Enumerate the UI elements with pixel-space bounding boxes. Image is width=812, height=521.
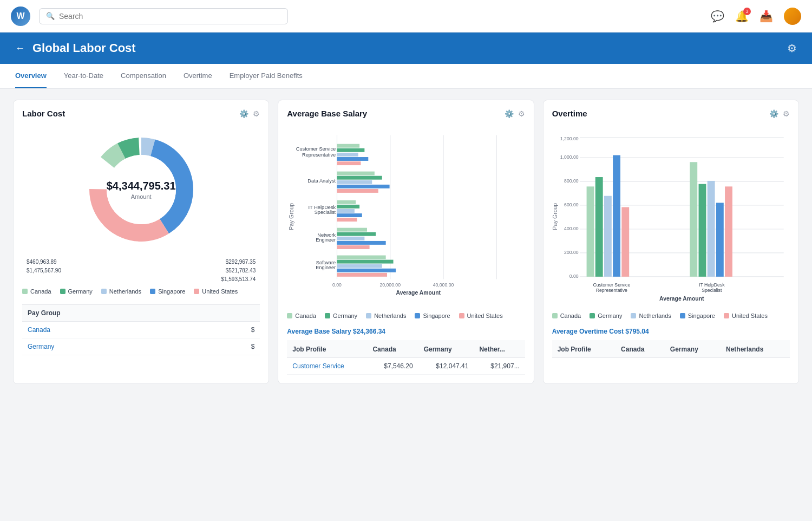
row-customer-service[interactable]: Customer Service bbox=[287, 357, 367, 374]
legend-canada-2: Canada bbox=[287, 312, 316, 319]
labor-cost-actions: ⚙️ ⚙ bbox=[239, 109, 260, 118]
germany-value: $292,967.35 bbox=[226, 258, 256, 266]
col-value bbox=[201, 305, 260, 322]
salary-chart-svg: Pay Group Customer Service Representativ… bbox=[287, 129, 525, 304]
back-button[interactable]: ← bbox=[15, 43, 25, 54]
settings-icon[interactable]: ⚙ bbox=[787, 42, 797, 55]
svg-rect-40 bbox=[337, 256, 386, 259]
svg-rect-27 bbox=[337, 205, 360, 209]
svg-rect-26 bbox=[337, 200, 356, 204]
svg-rect-44 bbox=[337, 273, 387, 277]
donut-value-labels: $460,963.89 $292,967.35 $1,475,567.90 $5… bbox=[22, 258, 260, 284]
main-content: Labor Cost ⚙️ ⚙ bbox=[0, 89, 812, 395]
svg-rect-34 bbox=[337, 232, 376, 236]
svg-text:Specialist: Specialist bbox=[315, 210, 336, 215]
svg-rect-35 bbox=[337, 237, 365, 240]
table-row: Customer Service $7,546.20 $12,047.41 $2… bbox=[287, 357, 525, 374]
inbox-icon[interactable]: 📥 bbox=[759, 10, 773, 23]
col-pay-group: Pay Group bbox=[22, 305, 201, 322]
labor-cost-table: Pay Group Canada $ Germany $ bbox=[22, 304, 260, 355]
filter-icon[interactable]: ⚙️ bbox=[239, 109, 248, 118]
svg-rect-17 bbox=[337, 161, 361, 165]
legend-netherlands-2: Netherlands bbox=[366, 312, 406, 319]
settings-icon-card[interactable]: ⚙ bbox=[253, 109, 260, 118]
overtime-title: Overtime bbox=[552, 109, 587, 118]
settings-icon-2[interactable]: ⚙ bbox=[518, 109, 525, 118]
svg-rect-16 bbox=[337, 157, 369, 161]
svg-rect-41 bbox=[337, 260, 394, 264]
singapore-value: $1,593,513.74 bbox=[221, 276, 256, 282]
search-icon: 🔍 bbox=[46, 12, 55, 20]
avg-overtime-label: Average Overtime Cost $795.04 bbox=[552, 328, 790, 335]
tab-compensation[interactable]: Compensation bbox=[121, 64, 166, 88]
svg-rect-65 bbox=[595, 177, 603, 277]
svg-text:Data Analyst: Data Analyst bbox=[308, 178, 336, 184]
search-box[interactable]: 🔍 bbox=[39, 8, 288, 24]
svg-text:Customer Service: Customer Service bbox=[296, 146, 336, 152]
svg-text:Pay Group: Pay Group bbox=[552, 203, 558, 230]
avg-salary-label: Average Base Salary $24,366.34 bbox=[287, 328, 525, 335]
page-header: ← Global Labor Cost ⚙ bbox=[0, 32, 812, 64]
table-row: Germany $ bbox=[22, 338, 260, 355]
bell-icon[interactable]: 🔔 3 bbox=[735, 10, 749, 23]
chat-icon[interactable]: 💬 bbox=[711, 10, 724, 23]
col-job-profile-ot: Job Profile bbox=[552, 341, 615, 357]
svg-rect-20 bbox=[337, 176, 382, 180]
svg-rect-70 bbox=[698, 184, 706, 277]
donut-center: $4,344,795.31 Amount bbox=[107, 180, 176, 200]
svg-text:400.00: 400.00 bbox=[564, 226, 579, 231]
legend-germany-3: Germany bbox=[590, 312, 622, 319]
salary-bar-chart: Pay Group Customer Service Representativ… bbox=[287, 125, 525, 310]
svg-text:40,000.00: 40,000.00 bbox=[433, 282, 454, 288]
svg-text:Engineer: Engineer bbox=[316, 237, 336, 243]
svg-text:Pay Group: Pay Group bbox=[289, 203, 294, 230]
table-row: Canada $ bbox=[22, 322, 260, 338]
donut-chart: $4,344,795.31 Amount bbox=[82, 130, 201, 249]
legend-germany: Germany bbox=[60, 288, 93, 295]
svg-rect-19 bbox=[337, 172, 375, 175]
tab-overview[interactable]: Overview bbox=[15, 64, 47, 88]
svg-text:Average Amount: Average Amount bbox=[396, 290, 441, 296]
col-canada: Canada bbox=[367, 341, 418, 357]
search-input[interactable] bbox=[59, 12, 281, 21]
donut-total: $4,344,795.31 bbox=[107, 180, 176, 192]
legend-singapore: Singapore bbox=[150, 288, 185, 295]
avatar[interactable] bbox=[784, 8, 801, 25]
svg-rect-14 bbox=[337, 148, 365, 152]
row-germany[interactable]: Germany bbox=[22, 338, 201, 355]
col-germany: Germany bbox=[418, 341, 474, 357]
labor-cost-title: Labor Cost bbox=[22, 109, 65, 118]
svg-text:600.00: 600.00 bbox=[564, 202, 579, 207]
tabs-bar: Overview Year-to-Date Compensation Overt… bbox=[0, 64, 812, 89]
svg-rect-43 bbox=[337, 269, 396, 272]
legend-netherlands: Netherlands bbox=[101, 288, 141, 295]
legend-us: United States bbox=[194, 288, 238, 295]
col-germany-ot: Germany bbox=[665, 341, 721, 357]
top-nav: W 🔍 💬 🔔 3 📥 bbox=[0, 0, 812, 32]
svg-rect-71 bbox=[707, 181, 715, 277]
svg-text:1,200.00: 1,200.00 bbox=[560, 136, 579, 141]
us-value: $1,475,567.90 bbox=[27, 266, 61, 275]
filter-icon-3[interactable]: ⚙️ bbox=[769, 109, 778, 118]
tab-ytd[interactable]: Year-to-Date bbox=[64, 64, 103, 88]
svg-text:0.00: 0.00 bbox=[569, 273, 578, 279]
svg-text:Representative: Representative bbox=[302, 152, 336, 158]
svg-rect-15 bbox=[337, 153, 358, 157]
page-title: Global Labor Cost bbox=[32, 41, 136, 55]
svg-rect-68 bbox=[621, 207, 629, 277]
svg-rect-67 bbox=[613, 155, 620, 277]
svg-rect-36 bbox=[337, 241, 386, 245]
overtime-actions: ⚙️ ⚙ bbox=[769, 109, 790, 118]
svg-text:20,000.00: 20,000.00 bbox=[380, 282, 401, 288]
legend-canada: Canada bbox=[22, 288, 51, 295]
tab-employer-benefits[interactable]: Employer Paid Benefits bbox=[230, 64, 303, 88]
tab-overtime[interactable]: Overtime bbox=[184, 64, 212, 88]
row-canada[interactable]: Canada bbox=[22, 322, 201, 338]
settings-icon-3[interactable]: ⚙ bbox=[783, 109, 790, 118]
avg-salary-actions: ⚙️ ⚙ bbox=[505, 109, 525, 118]
overtime-table: Job Profile Canada Germany Netherlands bbox=[552, 341, 790, 358]
svg-text:Representative: Representative bbox=[595, 288, 627, 293]
filter-icon-2[interactable]: ⚙️ bbox=[505, 109, 514, 118]
salary-legend: Canada Germany Netherlands Singapore Uni… bbox=[287, 310, 525, 324]
legend-singapore-2: Singapore bbox=[415, 312, 450, 319]
